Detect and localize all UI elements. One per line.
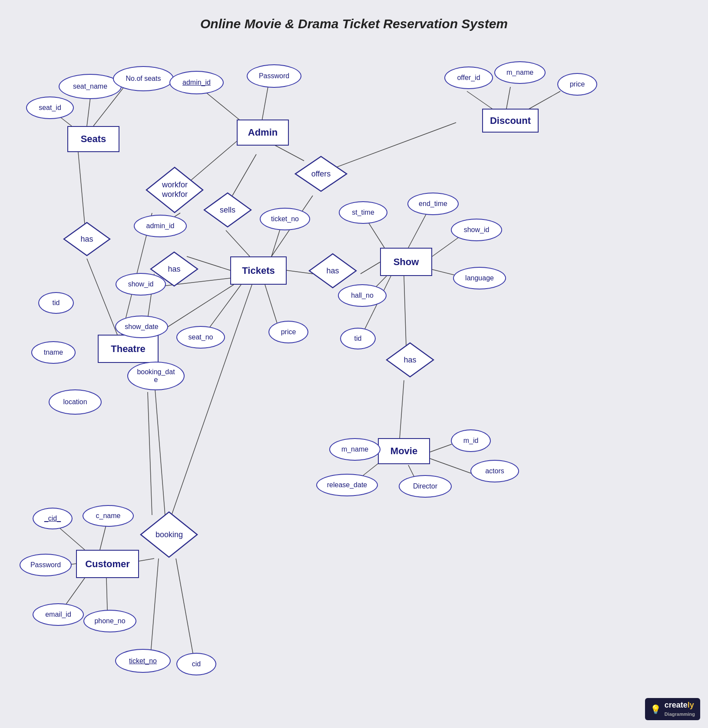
attr-cid-booking: cid xyxy=(176,653,216,675)
attr-admin-id-rel: admin_id xyxy=(134,215,187,237)
attr-seat-name: seat_name xyxy=(59,74,122,99)
entity-customer: Customer xyxy=(76,550,139,578)
rel-workfor: workfor workfor xyxy=(146,166,204,214)
svg-line-51 xyxy=(176,558,195,668)
svg-line-9 xyxy=(232,154,256,196)
attr-password-cust: Password xyxy=(20,554,72,576)
badge-label: creately Diagramming xyxy=(665,701,695,718)
attr-release-date: release_date xyxy=(316,474,378,496)
attr-cid-customer: _cid_ xyxy=(33,508,73,529)
svg-line-4 xyxy=(87,259,117,335)
rel-has-theatre-tickets: has xyxy=(150,251,199,287)
bulb-icon: 💡 xyxy=(650,704,661,715)
svg-line-27 xyxy=(361,262,380,274)
svg-line-10 xyxy=(226,230,250,256)
attr-m-id: m_id xyxy=(451,429,491,452)
entity-theatre: Theatre xyxy=(98,335,159,363)
attr-price-disc: price xyxy=(557,73,597,96)
rel-sells: sells xyxy=(203,192,252,228)
svg-line-50 xyxy=(150,558,159,664)
entity-seats: Seats xyxy=(67,126,119,152)
attr-admin-id-top: admin_id xyxy=(169,71,224,94)
svg-line-40 xyxy=(430,459,473,474)
svg-line-12 xyxy=(330,123,456,170)
entity-tickets: Tickets xyxy=(230,256,287,285)
entity-admin: Admin xyxy=(237,120,289,146)
svg-line-48 xyxy=(148,392,152,515)
diagram-container: Online Movie & Drama Ticket Reservation … xyxy=(0,0,708,728)
rel-has-show-movie: has xyxy=(386,342,434,378)
attr-location: location xyxy=(49,389,102,415)
entity-discount: Discount xyxy=(482,109,539,133)
svg-line-23 xyxy=(165,285,234,329)
attr-c-name: c_name xyxy=(83,505,134,527)
creately-badge: 💡 creately Diagramming xyxy=(645,698,700,720)
rel-has-tickets-show: has xyxy=(308,253,357,289)
attr-show-date: show_date xyxy=(115,316,168,338)
attr-price-tickets: price xyxy=(268,321,308,343)
attr-show-id-show: show_id xyxy=(451,219,502,241)
svg-line-16 xyxy=(526,91,560,111)
entity-movie: Movie xyxy=(378,438,430,464)
svg-line-14 xyxy=(467,91,495,111)
attr-language: language xyxy=(453,267,506,289)
svg-line-15 xyxy=(506,87,510,111)
attr-m-name-disc: m_name xyxy=(494,61,546,84)
attr-ticket-no-booking: ticket_no xyxy=(115,649,171,673)
attr-ticket-no-tickets: ticket_no xyxy=(260,208,310,230)
attr-st-time: st_time xyxy=(339,201,387,224)
attr-password-admin: Password xyxy=(247,64,301,88)
svg-line-47 xyxy=(172,285,252,515)
page-title: Online Movie & Drama Ticket Reservation … xyxy=(0,17,708,31)
attr-booking-date: booking_date xyxy=(127,362,185,390)
rel-booking: booking xyxy=(140,511,199,558)
attr-seat-no: seat_no xyxy=(176,326,225,349)
attr-phone-no: phone_no xyxy=(83,610,136,632)
svg-line-35 xyxy=(400,380,404,439)
attr-tname: tname xyxy=(31,341,76,364)
attr-email-id: email_id xyxy=(33,603,84,626)
attr-offer-id: offer_id xyxy=(444,66,493,89)
entity-show: Show xyxy=(380,248,432,276)
attr-director: Director xyxy=(399,475,452,498)
attr-seat-id: seat_id xyxy=(26,96,74,119)
svg-line-34 xyxy=(404,276,406,346)
svg-line-37 xyxy=(430,444,452,452)
attr-tid-theatre: tid xyxy=(38,292,74,314)
attr-no-of-seats: No.of seats xyxy=(113,66,174,91)
attr-tid-show: tid xyxy=(340,328,376,349)
rel-offers: offers xyxy=(294,156,347,192)
attr-m-name-movie: m_name xyxy=(329,438,380,461)
svg-line-3 xyxy=(78,152,85,224)
attr-end-time: end_time xyxy=(407,193,459,215)
svg-line-49 xyxy=(154,379,165,515)
rel-has-seats-theatre: has xyxy=(63,222,111,256)
attr-actors: actors xyxy=(470,460,519,482)
